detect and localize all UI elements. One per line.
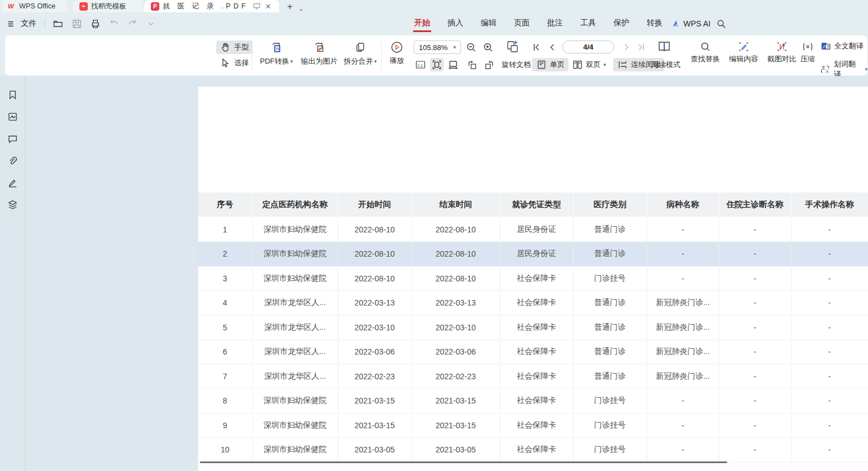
fit-page-button[interactable] <box>430 58 444 71</box>
menu-insert[interactable]: 插入 <box>446 16 464 32</box>
menu-home[interactable]: 开始 <box>413 16 431 32</box>
table-cell: 2022-08-10 <box>411 242 500 267</box>
zoom-level-select[interactable]: 105.88% ▾ <box>414 41 461 54</box>
menu-page[interactable]: 页面 <box>513 16 531 32</box>
find-replace-button[interactable]: 查找替换 <box>688 41 723 64</box>
table-cell: 2021-03-15 <box>411 413 500 438</box>
full-translate-label: 全文翻译 <box>834 41 863 51</box>
read-mode-label[interactable]: 阅读模式 <box>651 60 681 70</box>
monitor-icon[interactable] <box>253 2 261 10</box>
prev-page-icon[interactable] <box>547 42 558 53</box>
fit-width-icon[interactable] <box>448 59 459 70</box>
table-cell: 深圳市龙华区人... <box>252 291 338 316</box>
select-tool-button[interactable]: 选择 <box>216 56 253 70</box>
rotate-left-icon[interactable] <box>467 59 478 70</box>
undo-icon[interactable] <box>109 19 119 29</box>
last-page-icon[interactable] <box>636 42 647 53</box>
table-cell: 社会保障卡 <box>500 389 573 414</box>
page-number-input[interactable] <box>562 41 614 53</box>
menu-edit[interactable]: 编辑 <box>480 16 498 32</box>
screenshot-compare-button[interactable]: 截图对比 <box>764 41 799 64</box>
table-cell: - <box>719 315 791 340</box>
table-cell: 2022-08-10 <box>411 266 500 291</box>
edit-content-button[interactable]: 编辑内容 <box>726 41 761 64</box>
zoom-in-icon[interactable] <box>482 42 494 53</box>
side-panel <box>0 76 25 471</box>
book-icon[interactable] <box>657 39 672 54</box>
table-cell: - <box>719 389 791 414</box>
split-merge-label: 拆分合并 <box>344 56 373 66</box>
header-start-time: 开始时间 <box>338 192 411 217</box>
comment-icon[interactable] <box>7 133 18 144</box>
page-swap-icon[interactable] <box>505 39 521 55</box>
full-translate-icon: A文 <box>820 41 831 52</box>
table-cell: 7 <box>198 364 252 389</box>
redo-icon[interactable] <box>127 19 138 29</box>
signature-icon[interactable] <box>7 177 18 188</box>
tab-docer-templates[interactable]: ❧ 找稻壳模板 <box>73 0 144 12</box>
chevron-down-icon[interactable] <box>146 19 156 29</box>
continuous-icon <box>617 59 628 70</box>
first-page-icon[interactable] <box>531 42 542 53</box>
image-icon[interactable] <box>7 111 18 122</box>
document-title: 就 医 记 录 .PDF <box>163 2 249 11</box>
table-cell: 2021-03-15 <box>338 413 411 438</box>
rotate-doc-label[interactable]: 旋转文档 <box>502 60 531 70</box>
table-cell: 深圳市妇幼保健院 <box>252 438 338 463</box>
tab-document-active[interactable]: P 就 医 记 录 .PDF ✕ <box>144 0 279 12</box>
next-page-icon[interactable] <box>621 42 632 53</box>
table-cell: 2022-02-23 <box>411 364 500 389</box>
table-body: 1深圳市妇幼保健院2022-08-102022-08-10居民身份证普通门诊--… <box>198 217 868 462</box>
edit-content-icon <box>738 41 749 52</box>
menu-comment[interactable]: 批注 <box>546 16 564 32</box>
horizontal-scrollbar[interactable] <box>200 461 727 463</box>
svg-text:A: A <box>826 69 829 74</box>
pdf-convert-icon: W <box>270 41 283 55</box>
double-page-button[interactable]: 双页 ▾ <box>568 58 610 71</box>
close-icon[interactable]: ✕ <box>264 2 272 11</box>
table-cell: 深圳市妇幼保健院 <box>252 389 338 414</box>
table-cell: 普通门诊 <box>573 364 647 389</box>
pdf-convert-button[interactable]: W PDF转换▾ <box>254 41 298 66</box>
find-replace-icon <box>700 41 711 52</box>
file-menu-button[interactable]: 文件 <box>7 19 37 29</box>
export-image-button[interactable]: 输出为图片 <box>297 41 342 66</box>
table-cell: 门诊挂号 <box>573 389 647 414</box>
chevron-down-icon[interactable]: ⌄ <box>298 5 303 12</box>
split-merge-button[interactable]: 拆分合并▾ <box>339 41 381 66</box>
wps-ai-button[interactable]: WPS AI <box>672 19 710 28</box>
table-row: 8深圳市妇幼保健院2021-03-152021-03-15社会保障卡门诊挂号--… <box>198 389 868 414</box>
plus-icon[interactable]: + <box>287 1 293 12</box>
rotate-right-icon[interactable] <box>484 59 495 70</box>
full-translate-button[interactable]: A文 全文翻译 <box>820 41 863 52</box>
hand-tool-button[interactable]: 手型 <box>216 41 253 54</box>
folder-open-icon[interactable] <box>53 19 64 29</box>
zoom-out-icon[interactable] <box>466 42 477 53</box>
menu-protect[interactable]: 保护 <box>612 16 630 32</box>
table-cell: - <box>647 413 719 438</box>
table-cell: - <box>647 217 719 242</box>
play-button[interactable]: 播放 <box>385 41 409 66</box>
paperclip-icon[interactable] <box>7 155 18 166</box>
table-cell: - <box>791 413 868 438</box>
menu-convert[interactable]: 转换 <box>646 16 664 32</box>
export-image-label: 输出为图片 <box>301 56 338 66</box>
actual-size-icon[interactable]: 1:1 <box>415 59 426 70</box>
tab-wps-office[interactable]: W WPS Office <box>1 0 68 12</box>
table-cell: 深圳市妇幼保健院 <box>252 413 338 438</box>
double-page-icon <box>572 59 583 70</box>
fit-page-icon <box>431 59 442 70</box>
single-page-button[interactable]: 单页 <box>532 58 569 71</box>
print-icon[interactable] <box>90 19 101 29</box>
save-icon[interactable] <box>71 19 82 29</box>
bookmark-icon[interactable] <box>7 89 18 100</box>
table-cell: 2021-03-15 <box>338 389 411 414</box>
table-cell: 社会保障卡 <box>500 266 573 291</box>
compress-button[interactable]: 压缩 <box>795 41 820 64</box>
layers-icon[interactable] <box>7 199 18 210</box>
search-icon[interactable] <box>716 19 727 29</box>
wps-logo-icon: W <box>8 2 16 10</box>
pdf-file-icon: P <box>151 2 159 11</box>
menu-tools[interactable]: 工具 <box>579 16 597 32</box>
table-cell: 社会保障卡 <box>500 413 573 438</box>
